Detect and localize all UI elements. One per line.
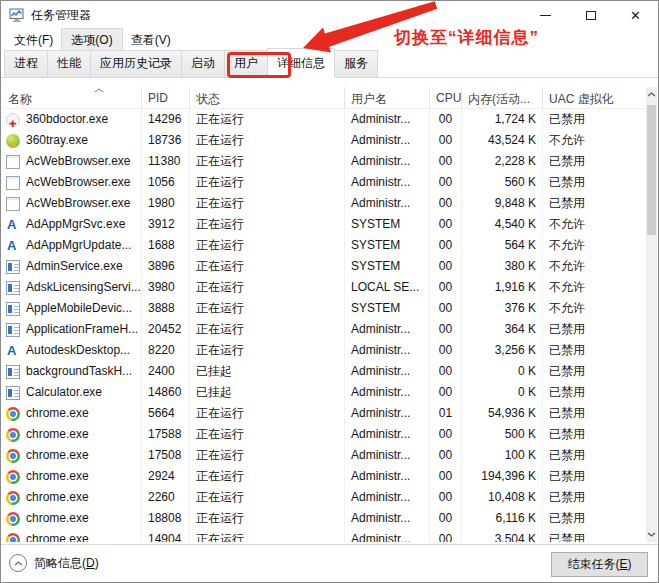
process-name: 360bdoctor.exe [26,109,108,130]
table-row[interactable]: AdskLicensingServi...3980正在运行LOCAL SE...… [2,277,648,298]
uac-cell: 已禁用 [543,508,648,529]
table-row[interactable]: chrome.exe17508正在运行Administr...00100 K已禁… [2,445,648,466]
memory-cell: 380 K [462,256,543,277]
tab-details[interactable]: 详细信息 [267,48,335,78]
process-name-cell: chrome.exe [2,466,142,487]
username-cell: Administr... [345,424,430,445]
tab-startup[interactable]: 启动 [181,50,225,77]
column-header-pid[interactable]: PID [142,87,190,108]
process-name-cell: AdminService.exe [2,256,142,277]
scrollbar-thumb[interactable] [647,105,656,235]
table-row[interactable]: AcWebBrowser.exe11380正在运行Administr...002… [2,151,648,172]
end-task-button[interactable]: 结束任务(E) [551,552,648,577]
uac-cell: 不允许 [543,277,648,298]
table-row[interactable]: chrome.exe5664正在运行Administr...0154,936 K… [2,403,648,424]
menu-file[interactable]: 文件(F) [5,29,62,52]
process-name: chrome.exe [26,487,89,508]
column-header-name[interactable]: 名称 [2,87,142,108]
memory-cell: 54,936 K [462,403,543,424]
column-header-status[interactable]: 状态 [190,87,345,108]
table-row[interactable]: 360bdoctor.exe14296正在运行Administr...001,7… [2,109,648,130]
process-name: AppleMobileDevic... [26,298,132,319]
close-icon: ✕ [630,9,641,22]
status-cell: 正在运行 [190,172,345,193]
pid-cell: 3980 [142,277,190,298]
table-row[interactable]: chrome.exe17588正在运行Administr...00500 K已禁… [2,424,648,445]
fewer-details-toggle[interactable]: 简略信息(D) [9,554,99,572]
tab-app-history[interactable]: 应用历史记录 [90,50,182,77]
tab-performance[interactable]: 性能 [47,50,91,77]
uac-cell: 已禁用 [543,172,648,193]
table-row[interactable]: AdAppMgrUpdate...1688正在运行SYSTEM00564 K不允… [2,235,648,256]
process-name: chrome.exe [26,466,89,487]
username-cell: Administr... [345,319,430,340]
cpu-cell: 00 [430,193,462,214]
scroll-up-button[interactable] [646,87,657,102]
table-row[interactable]: AppleMobileDevic...3888正在运行SYSTEM00376 K… [2,298,648,319]
process-name-cell: AdskLicensingServi... [2,277,142,298]
memory-cell: 2,228 K [462,151,543,172]
table-row[interactable]: AutodeskDesktop...8220正在运行Administr...00… [2,340,648,361]
title-bar: 任务管理器 ✕ [1,1,658,29]
vertical-scrollbar[interactable] [646,87,657,542]
uac-cell: 已禁用 [543,382,648,403]
scroll-down-button[interactable] [646,527,657,542]
cpu-cell: 00 [430,256,462,277]
column-header-uac[interactable]: UAC 虚拟化 [543,87,648,108]
cpu-cell: 00 [430,109,462,130]
table-row[interactable]: AdAppMgrSvc.exe3912正在运行SYSTEM004,540 K不允… [2,214,648,235]
status-cell: 正在运行 [190,298,345,319]
table-row[interactable]: chrome.exe2260正在运行Administr...0010,408 K… [2,487,648,508]
process-name: AcWebBrowser.exe [26,193,131,214]
table-row[interactable]: chrome.exe2924正在运行Administr...00194,396 … [2,466,648,487]
status-cell: 正在运行 [190,529,345,542]
process-name-cell: AdAppMgrUpdate... [2,235,142,256]
username-cell: Administr... [345,151,430,172]
cpu-cell: 00 [430,172,462,193]
column-header-cpu[interactable]: CPU [430,87,462,108]
menu-options[interactable]: 选项(O) [62,29,121,52]
table-row[interactable]: backgroundTaskH...2400已挂起Administr...000… [2,361,648,382]
cpu-cell: 00 [430,319,462,340]
table-row[interactable]: 360tray.exe18736正在运行Administr...0043,524… [2,130,648,151]
memory-cell: 3,256 K [462,340,543,361]
autodesk-icon [6,344,20,358]
default-exe-icon [6,260,20,274]
table-row[interactable]: chrome.exe14904正在运行Administr...003,504 K… [2,529,648,542]
memory-cell: 376 K [462,298,543,319]
minimize-button[interactable] [523,1,568,29]
memory-cell: 364 K [462,319,543,340]
menu-view[interactable]: 查看(V) [122,29,180,52]
table-row[interactable]: AcWebBrowser.exe1980正在运行Administr...009,… [2,193,648,214]
column-header-user[interactable]: 用户名 [345,87,430,108]
process-name: ApplicationFrameH... [26,319,138,340]
memory-cell: 6,116 K [462,508,543,529]
table-row[interactable]: chrome.exe18808正在运行Administr...006,116 K… [2,508,648,529]
table-row[interactable]: AdminService.exe3896正在运行SYSTEM00380 K不允许 [2,256,648,277]
maximize-button[interactable] [568,1,613,29]
status-cell: 已挂起 [190,382,345,403]
username-cell: Administr... [345,508,430,529]
table-row[interactable]: Calculator.exe14860已挂起Administr...000 K已… [2,382,648,403]
pid-cell: 20452 [142,319,190,340]
browser-window-icon [6,176,20,190]
chrome-icon [6,491,20,505]
process-name: AcWebBrowser.exe [26,151,131,172]
uac-cell: 已禁用 [543,361,648,382]
tab-users[interactable]: 用户 [224,50,268,77]
chrome-icon [6,449,20,463]
tab-processes[interactable]: 进程 [4,50,48,77]
status-cell: 正在运行 [190,214,345,235]
cpu-cell: 00 [430,214,462,235]
tab-services[interactable]: 服务 [334,50,378,77]
cpu-cell: 00 [430,340,462,361]
table-row[interactable]: AcWebBrowser.exe1056正在运行Administr...0056… [2,172,648,193]
table-row[interactable]: ApplicationFrameH...20452正在运行Administr..… [2,319,648,340]
process-name-cell: chrome.exe [2,487,142,508]
cpu-cell: 00 [430,508,462,529]
uac-cell: 已禁用 [543,466,648,487]
process-name-cell: AcWebBrowser.exe [2,193,142,214]
column-header-mem[interactable]: 内存(活动... [462,87,543,108]
close-button[interactable]: ✕ [613,1,658,29]
uac-cell: 不允许 [543,256,648,277]
